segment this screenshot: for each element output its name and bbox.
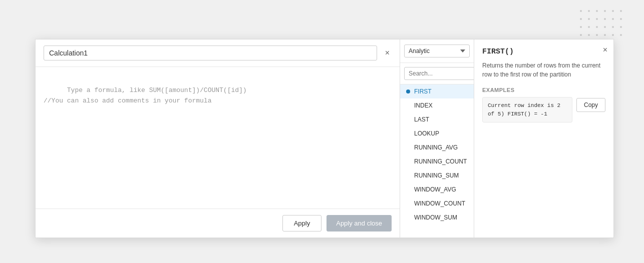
active-dot (406, 90, 410, 94)
function-list-item[interactable]: LOOKUP (400, 126, 474, 140)
function-item-label: LOOKUP (414, 130, 439, 137)
function-list-item[interactable]: INDEX (400, 98, 474, 112)
copy-button[interactable]: Copy (576, 98, 605, 112)
formula-panel: × Type a formula, like SUM([amount])/COU… (35, 39, 400, 238)
dialog-container: × Type a formula, like SUM([amount])/COU… (35, 39, 614, 238)
detail-description: Returns the number of rows from the curr… (482, 61, 605, 79)
function-list-item[interactable]: WINDOW_SUM (400, 210, 474, 224)
formula-footer: Apply Apply and close (36, 208, 400, 238)
formula-editor[interactable]: Type a formula, like SUM([amount])/COUNT… (36, 67, 400, 208)
detail-example-box: Current row index is 2 of 5) FIRST() = -… (482, 97, 605, 122)
function-list: FIRSTINDEXLASTLOOKUPRUNNING_AVGRUNNING_C… (400, 84, 474, 238)
function-item-label: FIRST (414, 88, 432, 95)
function-list-item[interactable]: WINDOW_AVG (400, 182, 474, 196)
function-item-label: LAST (414, 116, 429, 123)
function-list-item[interactable]: LAST (400, 112, 474, 126)
function-item-label: WINDOW_AVG (414, 186, 456, 193)
function-item-label: RUNNING_AVG (414, 144, 458, 151)
function-item-label: WINDOW_COUNT (414, 200, 465, 207)
function-list-item[interactable]: RUNNING_COUNT (400, 154, 474, 168)
example-code: Current row index is 2 of 5) FIRST() = -… (482, 97, 572, 122)
function-item-label: RUNNING_COUNT (414, 158, 467, 165)
function-item-label: WINDOW_SUM (414, 214, 457, 221)
detail-title: FIRST() (482, 48, 605, 56)
function-item-label: RUNNING_SUM (414, 172, 459, 179)
formula-name-input[interactable] (44, 46, 377, 60)
formula-placeholder-text: Type a formula, like SUM([amount])/COUNT… (44, 86, 247, 104)
apply-close-button[interactable]: Apply and close (327, 215, 392, 232)
function-list-item[interactable]: RUNNING_SUM (400, 168, 474, 182)
search-box-wrapper: 🔍 (400, 63, 474, 84)
category-dropdown[interactable]: Analytic (404, 44, 470, 58)
detail-examples-label: EXAMPLES (482, 87, 605, 93)
function-item-label: INDEX (414, 102, 433, 109)
detail-close-button[interactable]: × (603, 46, 607, 54)
function-panel-header: Analytic (400, 40, 474, 63)
decorative-dots (580, 10, 624, 38)
detail-panel: × FIRST() Returns the number of rows fro… (474, 39, 614, 238)
function-list-item[interactable]: FIRST (400, 84, 474, 98)
function-list-item[interactable]: RUNNING_AVG (400, 140, 474, 154)
function-panel: Analytic 🔍 FIRSTINDEXLASTLOOKUPRUNNING_A… (400, 39, 474, 238)
formula-header: × (36, 40, 400, 67)
apply-button[interactable]: Apply (282, 215, 322, 232)
function-list-item[interactable]: WINDOW_COUNT (400, 196, 474, 210)
formula-close-button[interactable]: × (383, 46, 392, 60)
